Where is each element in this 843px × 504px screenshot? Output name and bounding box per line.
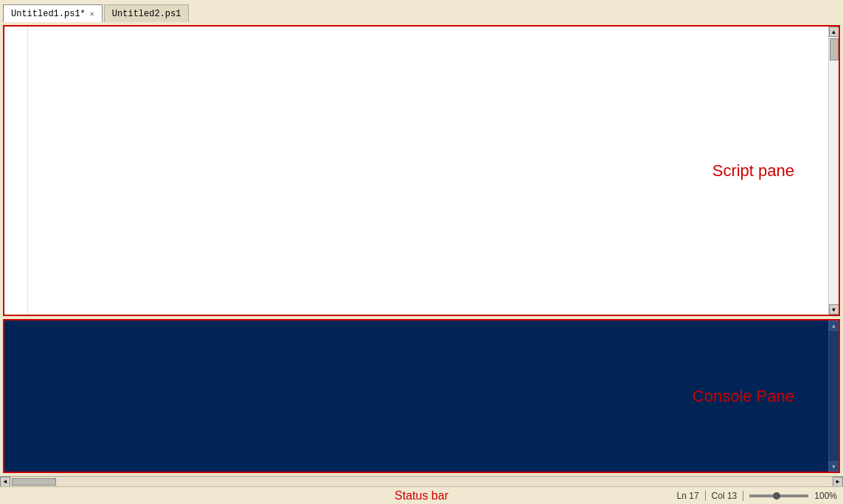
code-area[interactable]: [28, 27, 828, 315]
col-status: Col 13: [712, 491, 738, 501]
main-area: ▲ ▼ Script pane ▲ ▼ Console Pane: [0, 22, 843, 476]
h-scroll-track[interactable]: [10, 477, 833, 486]
tab2-label: Untitled2.ps1: [112, 9, 181, 19]
zoom-slider[interactable]: [749, 494, 808, 497]
ln-status: Ln 17: [677, 491, 699, 501]
tab1-label: Untitled1.ps1*: [11, 9, 86, 19]
script-pane: ▲ ▼ Script pane: [3, 25, 840, 316]
script-scrollbar-v: ▲ ▼: [828, 27, 839, 315]
status-sep1: [705, 491, 706, 501]
tab-bar: Untitled1.ps1* ✕ Untitled2.ps1: [0, 0, 843, 22]
console-content[interactable]: [4, 321, 828, 472]
status-sep2: [743, 491, 743, 501]
tab-untitled2[interactable]: Untitled2.ps1: [104, 4, 190, 22]
status-right: Ln 17 Col 13 100%: [677, 491, 837, 501]
console-pane: ▲ ▼ Console Pane: [3, 319, 840, 473]
tab1-close[interactable]: ✕: [90, 10, 94, 18]
script-scroll-track[interactable]: [829, 37, 839, 304]
tab-untitled1[interactable]: Untitled1.ps1* ✕: [3, 4, 103, 22]
zoom-thumb[interactable]: [773, 492, 780, 500]
console-scrollbar-v: ▲ ▼: [828, 321, 839, 472]
status-bar: Status bar Ln 17 Col 13 100%: [0, 486, 843, 504]
status-bar-label: Status bar: [395, 489, 448, 503]
h-scroll-left[interactable]: ◄: [0, 477, 10, 487]
h-scroll-right[interactable]: ►: [833, 477, 843, 487]
h-scrollbar: ◄ ►: [0, 476, 843, 486]
script-scroll-down[interactable]: ▼: [829, 304, 839, 315]
h-scroll-thumb[interactable]: [12, 478, 56, 486]
zoom-label: 100%: [814, 491, 837, 501]
script-scroll-up[interactable]: ▲: [829, 27, 839, 37]
script-scroll-thumb[interactable]: [830, 38, 839, 60]
script-content: [4, 27, 828, 315]
console-scroll-track[interactable]: [829, 331, 839, 461]
console-scroll-down[interactable]: ▼: [829, 461, 839, 472]
line-numbers: [4, 27, 28, 315]
console-scroll-up[interactable]: ▲: [829, 321, 839, 331]
